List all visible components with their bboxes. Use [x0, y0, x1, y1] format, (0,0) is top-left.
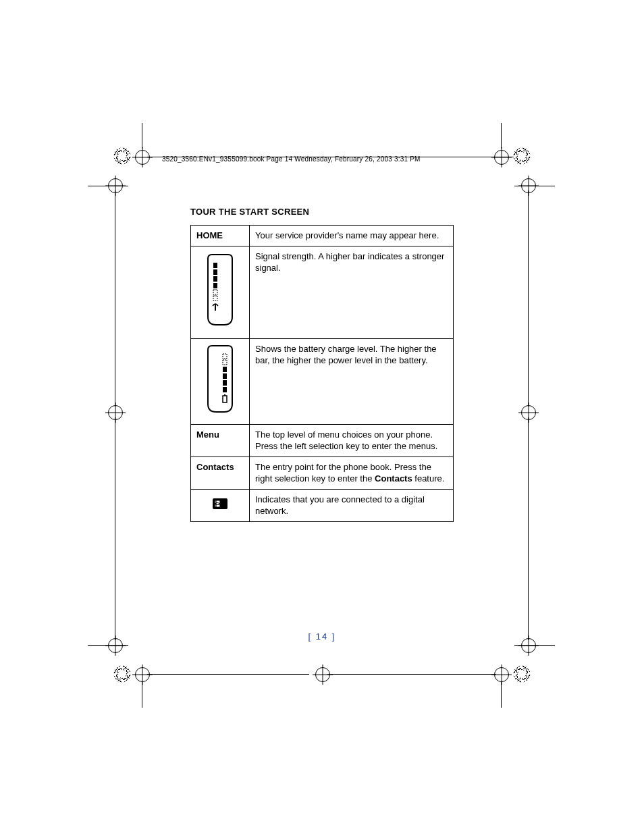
row-desc-battery: Shows the battery charge level. The high…	[250, 338, 454, 424]
row-label-home: HOME	[191, 226, 250, 246]
battery-level-icon	[191, 338, 250, 424]
svg-rect-14	[224, 394, 225, 396]
start-screen-table: HOME Your service provider's name may ap…	[190, 225, 454, 522]
svg-rect-3	[213, 283, 217, 288]
svg-rect-7	[223, 354, 227, 359]
page-content: TOUR THE START SCREEN HOME Your service …	[190, 207, 454, 522]
svg-rect-10	[223, 373, 227, 379]
row-desc-menu: The top level of menu choices on your ph…	[250, 424, 454, 457]
signal-strength-icon	[191, 246, 250, 338]
row-desc-home: Your service provider's name may appear …	[250, 226, 454, 246]
document-header: 3520_3560.ENv1_9355099.book Page 14 Wedn…	[162, 155, 421, 163]
row-desc-digital: Indicates that you are connected to a di…	[250, 489, 454, 521]
svg-rect-1	[213, 269, 217, 275]
svg-rect-0	[213, 263, 217, 268]
svg-rect-12	[223, 387, 227, 392]
svg-rect-9	[223, 367, 227, 372]
row-label-contacts: Contacts	[191, 457, 250, 489]
digital-network-icon	[191, 489, 250, 521]
row-desc-signal: Signal strength. A higher bar indicates …	[250, 246, 454, 338]
svg-rect-2	[213, 276, 217, 282]
table-row: Shows the battery charge level. The high…	[191, 338, 454, 424]
page-number: [ 14 ]	[0, 631, 644, 642]
svg-rect-13	[223, 396, 227, 402]
row-desc-contacts: The entry point for the phone book. Pres…	[250, 457, 454, 489]
section-title: TOUR THE START SCREEN	[190, 207, 454, 217]
table-row: Menu The top level of menu choices on yo…	[191, 424, 454, 457]
row-label-menu: Menu	[191, 424, 250, 457]
svg-rect-5	[213, 296, 217, 301]
svg-rect-4	[213, 290, 217, 294]
svg-rect-8	[223, 360, 227, 365]
table-row: Indicates that you are connected to a di…	[191, 489, 454, 521]
svg-rect-11	[223, 380, 227, 386]
table-row: Contacts The entry point for the phone b…	[191, 457, 454, 489]
table-row: HOME Your service provider's name may ap…	[191, 226, 454, 246]
table-row: Signal strength. A higher bar indicates …	[191, 246, 454, 338]
